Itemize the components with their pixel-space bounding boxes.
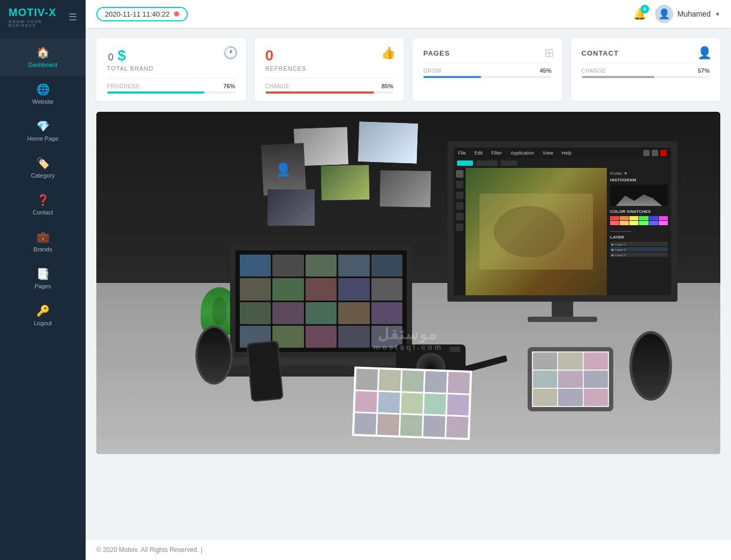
clock-icon: 🕐 — [223, 46, 238, 60]
sidebar: MOTIV-X GROW YOUR BUSINESS ☰ 🏠 Dashboard… — [0, 0, 86, 560]
references-label: REFRENCES — [265, 65, 394, 72]
logo-text: MOTIV-X — [9, 6, 64, 19]
total-brand-card: 🕐 0 $ TOTAL BRAND PROGRESS 76% — [96, 39, 246, 101]
sidebar-logo: MOTIV-X GROW YOUR BUSINESS ☰ — [0, 0, 86, 34]
sidebar-item-label: Brands — [34, 246, 52, 252]
sidebar-item-label: Logout — [34, 320, 52, 326]
sidebar-item-label: Category — [31, 172, 55, 179]
sidebar-item-label: Website — [32, 98, 54, 105]
notification-badge: 0 — [641, 5, 649, 13]
progress-fill — [107, 91, 204, 94]
datetime-badge: 2020-11-11 11:40:22 — [96, 7, 188, 21]
sidebar-item-label: Home Page — [27, 135, 58, 142]
progress-pct: 76% — [223, 83, 235, 89]
grid-icon: ⊞ — [544, 46, 554, 60]
grow-track — [423, 76, 552, 78]
sidebar-item-label: Contact — [33, 209, 53, 216]
sidebar-item-category[interactable]: 🏷️ Category — [0, 149, 86, 186]
total-brand-label: TOTAL BRAND — [107, 65, 235, 72]
sidebar-item-website[interactable]: 🌐 Website — [0, 75, 86, 112]
hero-section: 👤 — [96, 112, 720, 454]
contact-icon: ❓ — [36, 194, 50, 206]
pages-title: PAGES — [423, 49, 552, 57]
grow-pct: 45% — [539, 67, 551, 74]
contact-change-track — [582, 76, 710, 78]
website-icon: 🌐 — [36, 83, 50, 96]
contact-change-fill — [582, 76, 655, 78]
progress-track — [107, 91, 235, 94]
brands-icon: 💼 — [36, 231, 50, 243]
logo-tagline: GROW YOUR BUSINESS — [9, 20, 64, 27]
sidebar-item-contact[interactable]: ❓ Contact — [0, 186, 86, 223]
header: 2020-11-11 11:40:22 🔔 0 👤 Muhamed ▼ — [86, 0, 731, 28]
header-right: 🔔 0 👤 Muhamed ▼ — [633, 5, 720, 23]
sidebar-item-label: Dashboard — [28, 62, 57, 68]
category-icon: 🏷️ — [36, 157, 50, 170]
footer: © 2020 Motvix. All Rights Reserved. | — [86, 539, 731, 560]
sidebar-item-label: Pages — [34, 283, 51, 289]
pages-card: ⊞ PAGES GROW 45% — [413, 39, 562, 101]
contact-bar-wrap: CHANGE 57% — [582, 67, 710, 78]
user-name: Muhamed — [677, 10, 711, 18]
contact-card: 👤 CONTACT CHANGE 57% — [571, 39, 721, 101]
footer-text: © 2020 Motvix. All Rights Reserved. | — [96, 546, 202, 554]
datetime-text: 2020-11-11 11:40:22 — [105, 10, 170, 18]
sidebar-item-pages[interactable]: 📑 Pages — [0, 260, 86, 297]
contact-change-label: CHANGE — [582, 68, 606, 74]
person-icon: 👤 — [697, 46, 712, 60]
user-menu[interactable]: 👤 Muhamed ▼ — [655, 5, 720, 23]
sidebar-item-homepage[interactable]: 💎 Home Page — [0, 112, 86, 149]
homepage-icon: 💎 — [36, 120, 50, 133]
stat-cards: 🕐 0 $ TOTAL BRAND PROGRESS 76% 👍 0 REFRE… — [96, 39, 720, 101]
change-label: CHANGE — [265, 83, 290, 89]
sidebar-item-logout[interactable]: 🔑 Logout — [0, 297, 86, 334]
references-card: 👍 0 REFRENCES CHANGE 85% — [255, 39, 405, 101]
change-track — [265, 91, 394, 94]
avatar: 👤 — [655, 5, 673, 23]
progress-label: PROGRESS — [107, 83, 140, 89]
grow-fill — [423, 76, 481, 78]
contact-title: CONTACT — [582, 49, 710, 57]
pages-icon: 📑 — [36, 267, 50, 280]
dashboard-icon: 🏠 — [36, 46, 50, 59]
pages-bar-wrap: GROW 45% — [423, 67, 552, 78]
hamburger-icon[interactable]: ☰ — [68, 11, 77, 23]
datetime-dot — [174, 11, 179, 17]
contact-change-pct: 57% — [698, 67, 710, 74]
chevron-down-icon: ▼ — [715, 11, 720, 17]
references-value: 0 — [265, 47, 394, 64]
sidebar-nav: 🏠 Dashboard 🌐 Website 💎 Home Page 🏷️ Cat… — [0, 34, 86, 560]
change-fill — [265, 91, 375, 94]
sidebar-item-dashboard[interactable]: 🏠 Dashboard — [0, 39, 86, 75]
change-pct: 85% — [382, 83, 393, 89]
total-brand-value: 0 $ — [107, 47, 235, 64]
main-content: 🕐 0 $ TOTAL BRAND PROGRESS 76% 👍 0 REFRE… — [86, 28, 731, 539]
desk-scene: 👤 — [96, 112, 720, 454]
sidebar-item-brands[interactable]: 💼 Brands — [0, 223, 86, 260]
notification-button[interactable]: 🔔 0 — [633, 7, 646, 20]
grow-label: GROW — [423, 68, 441, 74]
thumbsup-icon: 👍 — [381, 46, 395, 60]
references-bar-wrap: CHANGE 85% — [265, 83, 394, 94]
total-brand-bar-wrap: PROGRESS 76% — [107, 83, 235, 94]
logout-icon: 🔑 — [36, 304, 50, 317]
